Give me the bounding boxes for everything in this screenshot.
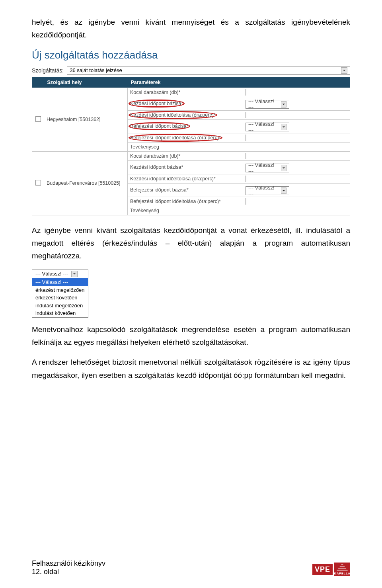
dropdown-current: --- Válassz! --- xyxy=(32,270,71,278)
logo-vpe-text: VPE xyxy=(312,564,333,575)
param-label-highlight: Kezdési időpont bázisa* xyxy=(130,101,183,106)
logo-kapella-text: KAPELLA xyxy=(334,572,350,575)
select-value: --- Válassz! --- xyxy=(248,162,278,174)
dropdown-top: --- Válassz! --- xyxy=(32,270,88,278)
header-params: Paraméterek xyxy=(128,77,350,88)
chevron-down-icon xyxy=(281,124,287,130)
param-label: Kocsi darabszám (db)* xyxy=(128,88,243,97)
logo-tracks-icon: KAPELLA xyxy=(334,563,350,576)
paragraph-2: Az igénybe venni kívánt szolgáltatás kez… xyxy=(32,224,350,263)
service-select[interactable]: 36 saját tolatás jelzése xyxy=(67,66,350,75)
vpe-logo: VPE KAPELLA xyxy=(312,563,350,576)
checkbox[interactable] xyxy=(35,116,41,122)
chevron-down-icon xyxy=(281,188,287,194)
dropdown-expanded[interactable]: --- Válassz! --- --- Válassz! --- érkezé… xyxy=(32,270,88,317)
location-cell: Budapest-Ferencváros [5510025] xyxy=(44,151,128,215)
param-label-highlight: Befejezési időpont bázisa* xyxy=(130,123,189,129)
count-input[interactable] xyxy=(246,89,246,96)
paragraph-3: Menetvonalhoz kapcsolódó szolgáltatások … xyxy=(32,323,350,349)
section-title: Új szolgáltatás hozzáadása xyxy=(32,49,350,61)
basis-select[interactable]: --- Válassz! --- xyxy=(246,164,289,172)
chevron-down-icon xyxy=(71,271,78,277)
parameter-table: Szolgálati hely Paraméterek Hegyeshalom … xyxy=(32,77,350,215)
offset-input[interactable] xyxy=(246,176,246,182)
document-page: helyét, és az igénybe venni kívánt menny… xyxy=(0,0,382,588)
param-label: Befejezési időpont időeltolása (óra:perc… xyxy=(128,197,243,206)
param-label: Kezdési időpont időeltolása (óra:perc)* xyxy=(128,174,243,183)
dropdown-option[interactable]: indulást megelőzően xyxy=(32,302,88,310)
footer-page-number: 12. oldal xyxy=(32,568,105,576)
param-label: Kocsi darabszám (db)* xyxy=(128,151,243,160)
chevron-down-icon xyxy=(281,101,287,107)
paragraph-4: A rendszer lehetőséget biztosít menetvon… xyxy=(32,356,350,382)
dropdown-option[interactable]: indulást követően xyxy=(32,309,88,317)
param-label: Tevékenység xyxy=(128,206,243,215)
paragraph-1: helyét, és az igénybe venni kívánt menny… xyxy=(32,16,350,42)
table-row: Budapest-Ferencváros [5510025] Kocsi dar… xyxy=(32,151,350,160)
count-input[interactable] xyxy=(246,153,246,159)
dropdown-option[interactable]: érkezést megelőzően xyxy=(32,286,88,294)
page-footer: Felhasználói kézikönyv 12. oldal VPE KAP… xyxy=(32,559,350,576)
param-label-highlight: Befejezési időpont időeltolása (óra:perc… xyxy=(130,135,221,141)
service-select-value: 36 saját tolatás jelzése xyxy=(70,67,122,73)
param-label: Befejezési időpont bázisa* xyxy=(128,183,243,197)
param-label: Kezdési időpont bázisa* xyxy=(128,160,243,174)
table-header: Szolgálati hely Paraméterek xyxy=(32,77,350,88)
chevron-down-icon xyxy=(281,165,287,171)
service-selector-row: Szolgáltatás: 36 saját tolatás jelzése xyxy=(32,66,350,75)
offset-input[interactable] xyxy=(246,112,246,118)
basis-select[interactable]: --- Válassz! --- xyxy=(246,186,289,195)
table-row: Hegyeshalom [5501362] Kocsi darabszám (d… xyxy=(32,88,350,97)
service-label: Szolgáltatás: xyxy=(32,67,64,74)
chevron-down-icon xyxy=(341,67,347,74)
select-value: --- Válassz! --- xyxy=(248,185,278,197)
basis-select[interactable]: --- Válassz! --- xyxy=(246,100,289,109)
footer-left: Felhasználói kézikönyv 12. oldal xyxy=(32,559,105,576)
location-cell: Hegyeshalom [5501362] xyxy=(44,88,128,151)
footer-doc-title: Felhasználói kézikönyv xyxy=(32,559,105,568)
dropdown-option[interactable]: érkezést követően xyxy=(32,294,88,302)
param-label: Tevékenység xyxy=(128,142,243,151)
offset-input[interactable] xyxy=(246,135,246,141)
offset-input[interactable] xyxy=(246,198,246,205)
select-value: --- Válassz! --- xyxy=(248,121,278,133)
checkbox[interactable] xyxy=(35,180,41,186)
select-value: --- Válassz! --- xyxy=(248,98,278,110)
param-label-highlight: Kezdési időpont időeltolása (óra:perc)* xyxy=(130,112,216,118)
basis-select[interactable]: --- Válassz! --- xyxy=(246,123,289,131)
dropdown-option-selected[interactable]: --- Válassz! --- xyxy=(32,278,88,286)
header-location: Szolgálati hely xyxy=(44,77,128,88)
